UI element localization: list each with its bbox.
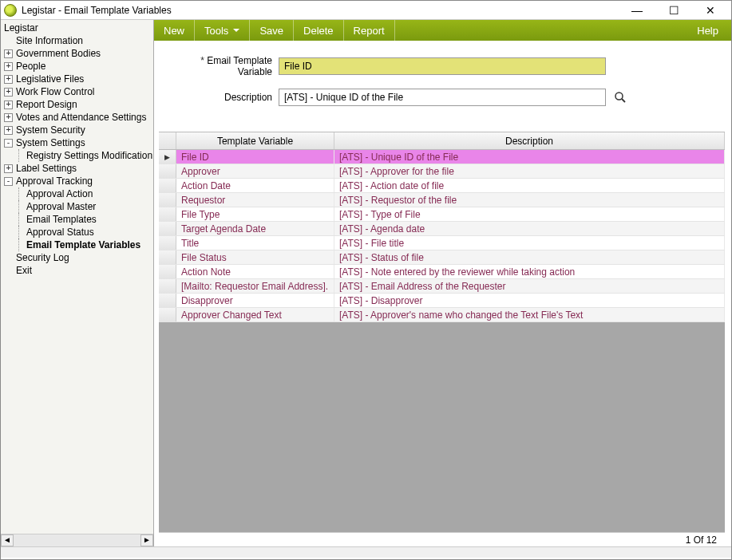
tree-item[interactable]: +People	[1, 60, 153, 73]
sidebar-hscroll[interactable]: ◄ ►	[1, 534, 153, 546]
row-selector[interactable]	[159, 207, 176, 221]
scroll-track[interactable]	[14, 534, 140, 546]
delete-button[interactable]: Delete	[294, 20, 344, 41]
tree-item[interactable]: -Approval Tracking	[1, 175, 153, 187]
help-button[interactable]: Help	[684, 20, 731, 41]
row-selector[interactable]	[159, 250, 176, 264]
app-icon	[4, 4, 17, 17]
cell-variable: File ID	[176, 150, 334, 164]
tree-item[interactable]: +System Security	[1, 124, 153, 136]
zoom-icon[interactable]	[614, 91, 627, 104]
tree-child[interactable]: Approval Action	[1, 187, 153, 200]
window-title: Legistar - Email Template Variables	[22, 5, 626, 16]
tree-child[interactable]: Approval Master	[1, 200, 153, 213]
tree-item-label: Votes and Attendance Settings	[16, 112, 146, 123]
svg-point-0	[615, 93, 623, 100]
save-button[interactable]: Save	[250, 20, 294, 41]
tree-item[interactable]: +Legislative Files	[1, 73, 153, 85]
scroll-left-icon[interactable]: ◄	[1, 534, 14, 546]
maximize-button[interactable]: ☐	[663, 4, 685, 17]
svg-line-1	[622, 99, 625, 102]
table-row[interactable]: Target Agenda Date[ATS] - Agenda date	[159, 222, 725, 236]
cell-variable: File Status	[176, 250, 334, 264]
new-button[interactable]: New	[154, 20, 195, 41]
cell-variable: Requestor	[176, 193, 334, 207]
description-label: Description	[167, 92, 279, 103]
tree-child[interactable]: Email Template Variables	[1, 239, 153, 251]
tree-item-label: Government Bodies	[16, 48, 101, 59]
tree-item[interactable]: +Label Settings	[1, 162, 153, 175]
table-row[interactable]: Disapprover[ATS] - Disapprover	[159, 294, 725, 308]
tree-item[interactable]: +Votes and Attendance Settings	[1, 111, 153, 124]
row-selector[interactable]	[159, 294, 176, 307]
expand-icon[interactable]: +	[4, 126, 13, 135]
table-row[interactable]: Approver[ATS] - Approver for the file	[159, 164, 725, 179]
cell-description: [ATS] - Approver's name who changed the …	[334, 308, 725, 321]
table-row[interactable]: Approver Changed Text[ATS] - Approver's …	[159, 308, 725, 322]
row-selector[interactable]	[159, 265, 176, 278]
cell-description: [ATS] - Status of file	[334, 250, 725, 264]
table-row[interactable]: [Mailto: Requestor Email Address].[ATS] …	[159, 279, 725, 294]
table-row[interactable]: File Status[ATS] - Status of file	[159, 250, 725, 265]
table-row[interactable]: Requestor[ATS] - Requestor of the file	[159, 193, 725, 207]
tree-item-label: Report Design	[16, 99, 77, 110]
expand-icon[interactable]: +	[4, 62, 13, 71]
cell-description: [ATS] - File title	[334, 236, 725, 250]
tree-item-label: Exit	[16, 265, 32, 276]
minimize-button[interactable]: —	[626, 4, 648, 17]
tree-child[interactable]: Registry Settings Modification	[1, 149, 153, 162]
col-header-description[interactable]: Description	[334, 132, 725, 149]
table-row[interactable]: Action Date[ATS] - Action date of file	[159, 179, 725, 193]
grid-status: 1 Of 12	[159, 532, 725, 546]
tree-child[interactable]: Approval Status	[1, 226, 153, 239]
row-selector[interactable]	[159, 308, 176, 321]
tree-item-label: System Settings	[16, 137, 85, 148]
tools-button[interactable]: Tools	[195, 20, 250, 41]
row-selector[interactable]	[159, 236, 176, 250]
cell-description: [ATS] - Note entered by the reviewer whi…	[334, 265, 725, 278]
cell-description: [ATS] - Disapprover	[334, 294, 725, 307]
tree-item-label: Site Information	[16, 35, 83, 46]
col-header-variable[interactable]: Template Variable	[176, 132, 334, 149]
cell-variable: Disapprover	[176, 294, 334, 307]
expand-icon[interactable]: +	[4, 88, 13, 97]
close-button[interactable]: ✕	[699, 4, 722, 17]
expand-icon[interactable]: +	[4, 75, 13, 84]
tree-item[interactable]: +Report Design	[1, 98, 153, 111]
cell-description: [ATS] - Approver for the file	[334, 164, 725, 178]
scroll-right-icon[interactable]: ►	[140, 534, 153, 546]
report-button[interactable]: Report	[344, 20, 395, 41]
tree-item[interactable]: Exit	[1, 264, 153, 277]
row-selector[interactable]	[159, 164, 176, 178]
expand-icon[interactable]: +	[4, 49, 13, 58]
tree-item[interactable]: -System Settings	[1, 136, 153, 149]
collapse-icon[interactable]: -	[4, 139, 13, 148]
record-counter: 1 Of 12	[686, 534, 717, 546]
expand-icon[interactable]: +	[4, 113, 13, 122]
row-selector[interactable]	[159, 179, 176, 192]
row-selector[interactable]	[159, 150, 176, 164]
tree-item[interactable]: +Work Flow Control	[1, 85, 153, 98]
description-input[interactable]	[279, 89, 606, 106]
cell-variable: [Mailto: Requestor Email Address].	[176, 279, 334, 293]
row-selector[interactable]	[159, 279, 176, 293]
titlebar: Legistar - Email Template Variables — ☐ …	[1, 1, 731, 20]
tree-item[interactable]: Site Information	[1, 34, 153, 47]
tree-item[interactable]: +Government Bodies	[1, 47, 153, 60]
tree-item[interactable]: Security Log	[1, 251, 153, 264]
expand-icon[interactable]: +	[4, 101, 13, 109]
expand-icon[interactable]: +	[4, 164, 13, 173]
cell-description: [ATS] - Action date of file	[334, 179, 725, 192]
row-selector[interactable]	[159, 193, 176, 207]
variable-input[interactable]	[279, 57, 606, 75]
collapse-icon[interactable]: -	[4, 177, 13, 186]
table-row[interactable]: File ID[ATS] - Unique ID of the File	[159, 150, 725, 164]
row-selector[interactable]	[159, 222, 176, 235]
table-row[interactable]: Action Note[ATS] - Note entered by the r…	[159, 265, 725, 279]
table-row[interactable]: Title[ATS] - File title	[159, 236, 725, 250]
tree-child[interactable]: Email Templates	[1, 213, 153, 226]
tree-root[interactable]: Legistar	[1, 22, 153, 34]
table-row[interactable]: File Type[ATS] - Type of File	[159, 207, 725, 222]
cell-variable: Action Note	[176, 265, 334, 278]
cell-description: [ATS] - Agenda date	[334, 222, 725, 235]
